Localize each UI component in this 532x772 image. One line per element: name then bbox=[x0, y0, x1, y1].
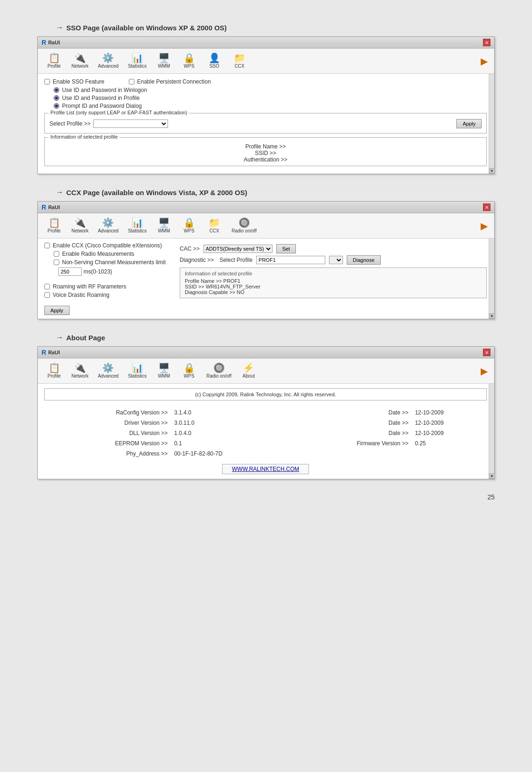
sso-radio-prompt: Prompt ID and Password Dialog bbox=[54, 103, 487, 109]
about-scrollbar[interactable]: ▼ bbox=[489, 384, 494, 479]
sso-radio-prompt-dot[interactable] bbox=[54, 103, 59, 109]
ccx-enable-checkbox[interactable] bbox=[44, 243, 50, 248]
ccx-scrollbar[interactable]: ▼ bbox=[489, 239, 494, 319]
about-versions-table: RaConfig Version >> 3.1.4.0 Date >> 12-1… bbox=[44, 407, 487, 459]
ccx-voice-drastic-row: Voice Drastic Roaming bbox=[44, 292, 175, 298]
about-radio-icon: 🔘 bbox=[213, 363, 225, 372]
sso-apply-button[interactable]: Apply bbox=[456, 119, 482, 128]
ccx-profile-select[interactable] bbox=[329, 256, 343, 264]
raui-logo-icon: R bbox=[42, 39, 46, 46]
sso-radio-winlogon-dot[interactable] bbox=[54, 87, 59, 93]
about-toolbar-advanced[interactable]: ⚙️ Advanced bbox=[94, 361, 122, 380]
ccx-arrow-icon: → bbox=[56, 188, 63, 197]
ccx-cac-select[interactable]: ADDTS(Directly send TS) bbox=[203, 245, 273, 253]
about-toolbar-next-arrow[interactable]: ▶ bbox=[479, 364, 490, 379]
ccx-raui-logo-icon: R bbox=[42, 204, 46, 211]
about-row-dll: DLL Version >> 1.0.4.0 Date >> 12-10-200… bbox=[45, 428, 486, 438]
ccx-toolbar-radio[interactable]: 🔘 Radio on/off bbox=[228, 216, 260, 235]
sso-toolbar-ccx[interactable]: 📁 CCX bbox=[228, 51, 251, 70]
sso-scrollbar[interactable]: ▼ bbox=[489, 74, 494, 174]
sso-toolbar-sso[interactable]: 👤 SSO bbox=[203, 51, 226, 70]
sso-profile-select[interactable] bbox=[93, 119, 168, 128]
sso-toolbar-profile[interactable]: 📋 Profile bbox=[42, 51, 66, 70]
ccx-ccx-icon: 📁 bbox=[209, 218, 220, 227]
sso-toolbar-advanced[interactable]: ⚙️ Advanced bbox=[94, 51, 122, 70]
ccx-roaming-rf-row: Roaming with RF Parameters bbox=[44, 283, 175, 290]
ccx-wmm-icon: 🖥️ bbox=[158, 218, 170, 227]
about-website-link[interactable]: WWW.RALINKTECH.COM bbox=[222, 464, 309, 474]
sso-radio-profile-dot[interactable] bbox=[54, 95, 59, 101]
sso-info-group: Information of selected profile Profile … bbox=[44, 137, 487, 166]
ccx-toolbar-wps[interactable]: 🔒 WPS bbox=[177, 216, 201, 235]
ccx-radio-measure-row: Enable Radio Measurements bbox=[54, 251, 175, 257]
ccx-toolbar-statistics[interactable]: 📊 Statistics bbox=[124, 216, 150, 235]
about-close-button[interactable]: ✕ bbox=[483, 349, 490, 356]
about-row-raconfig: RaConfig Version >> 3.1.4.0 Date >> 12-1… bbox=[45, 408, 486, 417]
sso-arrow-icon: → bbox=[56, 23, 63, 32]
sso-content: Enable SSO Feature Enable Persistent Con… bbox=[38, 74, 494, 174]
about-row-phy: Phy_Address >> 00-1F-1F-82-80-7D bbox=[45, 449, 486, 458]
about-toolbar-network[interactable]: 🔌 Network bbox=[68, 361, 92, 380]
sso-scroll-down[interactable]: ▼ bbox=[489, 168, 495, 174]
ccx-voice-drastic-checkbox[interactable] bbox=[44, 292, 50, 298]
about-toolbar-about[interactable]: ⚡ About bbox=[237, 361, 260, 380]
ccx-scroll-down[interactable]: ▼ bbox=[489, 313, 495, 319]
profile-icon: 📋 bbox=[49, 53, 60, 63]
ccx-window-title: R RaUI bbox=[42, 204, 60, 211]
ccx-profile-input[interactable] bbox=[256, 256, 325, 264]
about-scroll-down[interactable]: ▼ bbox=[489, 473, 495, 479]
about-arrow-icon: → bbox=[56, 333, 63, 342]
about-toolbar-profile[interactable]: 📋 Profile bbox=[42, 361, 66, 380]
sso-persistent-checkbox[interactable] bbox=[129, 79, 134, 84]
about-raui-logo-icon: R bbox=[42, 349, 46, 356]
ccx-toolbar-network[interactable]: 🔌 Network bbox=[68, 216, 92, 235]
ccx-toolbar-wmm[interactable]: 🖥️ WMM bbox=[152, 216, 175, 235]
ccx-titlebar: R RaUI ✕ bbox=[38, 202, 494, 213]
about-section-heading: → About Page bbox=[56, 333, 504, 342]
ccx-toolbar-ccx[interactable]: 📁 CCX bbox=[203, 216, 226, 235]
about-advanced-icon: ⚙️ bbox=[102, 363, 114, 372]
ccx-ms-value-input[interactable] bbox=[58, 267, 82, 276]
ccx-toolbar-advanced[interactable]: ⚙️ Advanced bbox=[94, 216, 122, 235]
about-profile-icon: 📋 bbox=[49, 363, 60, 372]
about-toolbar-statistics[interactable]: 📊 Statistics bbox=[124, 361, 150, 380]
ccx-left-panel: Enable CCX (Cisco Compatible eXtensions)… bbox=[44, 242, 175, 315]
ccx-roaming-rf-checkbox[interactable] bbox=[44, 284, 50, 289]
ccx-close-button[interactable]: ✕ bbox=[483, 204, 490, 211]
sso-radio-profile: Use ID and Password in Profile bbox=[54, 95, 487, 101]
ccx-network-icon: 🔌 bbox=[74, 218, 86, 227]
ccx-right-panel: CAC >> ADDTS(Directly send TS) Set Diagn… bbox=[180, 244, 487, 298]
about-content: (c) Copyright 2009, Ralink Technology, I… bbox=[38, 384, 494, 479]
ccx-non-serving-checkbox[interactable] bbox=[54, 260, 59, 265]
wps-icon: 🔒 bbox=[183, 53, 195, 63]
sso-toolbar-wps[interactable]: 🔒 WPS bbox=[177, 51, 201, 70]
sso-select-profile-row: Select Profile >> Apply bbox=[49, 119, 482, 128]
about-window-title: R RaUI bbox=[42, 349, 60, 356]
statistics-icon: 📊 bbox=[132, 53, 143, 63]
about-toolbar: 📋 Profile 🔌 Network ⚙️ Advanced 📊 Statis… bbox=[38, 358, 494, 384]
ccx-toolbar-next-arrow[interactable]: ▶ bbox=[479, 218, 490, 233]
ccx-section-heading: → CCX Page (available on Windows Vista, … bbox=[56, 188, 504, 197]
ccx-set-button[interactable]: Set bbox=[276, 244, 296, 253]
ccx-toolbar-profile[interactable]: 📋 Profile bbox=[42, 216, 66, 235]
sso-profile-list-group: Profile List (only support LEAP or EAP-F… bbox=[44, 113, 487, 133]
sso-toolbar-next-arrow[interactable]: ▶ bbox=[479, 54, 490, 69]
ccx-radio-measure-checkbox[interactable] bbox=[54, 251, 59, 257]
about-toolbar-radio[interactable]: 🔘 Radio on/off bbox=[203, 361, 235, 380]
about-toolbar-wps[interactable]: 🔒 WPS bbox=[177, 361, 201, 380]
sso-titlebar: R RaUI ✕ bbox=[38, 37, 494, 49]
sso-close-button[interactable]: ✕ bbox=[483, 39, 490, 46]
ccx-cac-row: CAC >> ADDTS(Directly send TS) Set bbox=[180, 244, 487, 253]
sso-window: R RaUI ✕ 📋 Profile 🔌 Network ⚙️ Advanced… bbox=[37, 36, 495, 174]
sso-toolbar: 📋 Profile 🔌 Network ⚙️ Advanced 📊 Statis… bbox=[38, 49, 494, 74]
sso-enable-checkbox[interactable] bbox=[44, 79, 50, 84]
ccx-enable-row: Enable CCX (Cisco Compatible eXtensions) bbox=[44, 242, 175, 249]
about-toolbar-wmm[interactable]: 🖥️ WMM bbox=[152, 361, 175, 380]
about-website-bar: WWW.RALINKTECH.COM bbox=[44, 464, 487, 474]
about-titlebar: R RaUI ✕ bbox=[38, 347, 494, 358]
sso-toolbar-network[interactable]: 🔌 Network bbox=[68, 51, 92, 70]
sso-toolbar-wmm[interactable]: 🖥️ WMM bbox=[152, 51, 175, 70]
ccx-diagnose-button[interactable]: Diagnose bbox=[347, 255, 380, 265]
sso-toolbar-statistics[interactable]: 📊 Statistics bbox=[124, 51, 150, 70]
ccx-apply-button[interactable]: Apply bbox=[44, 306, 70, 315]
